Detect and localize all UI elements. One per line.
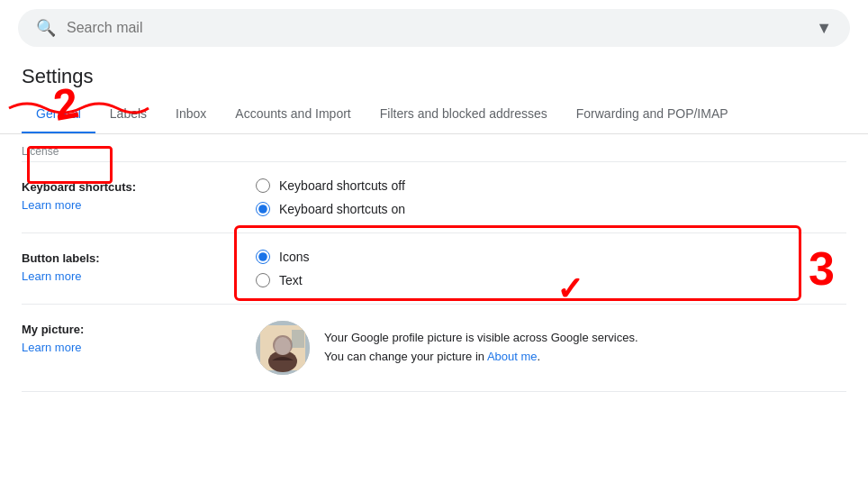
button-labels-icons-radio[interactable] — [256, 250, 270, 264]
keyboard-shortcuts-off-radio[interactable] — [256, 178, 270, 193]
button-labels-label: Button labels: — [22, 251, 100, 265]
button-labels-text-radio[interactable] — [256, 273, 270, 287]
my-picture-content: Your Google profile picture is visible a… — [256, 321, 638, 375]
my-picture-description: Your Google profile picture is visible a… — [324, 329, 638, 367]
button-labels-controls: Icons Text — [256, 250, 846, 287]
tab-labels[interactable]: Labels — [95, 96, 161, 134]
avatar — [256, 321, 310, 375]
keyboard-shortcuts-on-option[interactable]: Keyboard shortcuts on — [256, 202, 846, 216]
search-icon: 🔍 — [36, 18, 56, 38]
search-bar: 🔍 ▼ — [18, 9, 850, 47]
about-me-link[interactable]: About me — [487, 350, 538, 363]
profile-description-part1: Your Google profile picture is visible a… — [324, 331, 638, 344]
button-labels-text-option[interactable]: Text — [256, 273, 846, 287]
my-picture-row: My picture: Learn more — [22, 305, 846, 392]
search-dropdown-icon[interactable]: ▼ — [816, 19, 832, 38]
keyboard-shortcuts-row: Keyboard shortcuts: Learn more Keyboard … — [22, 162, 846, 233]
button-labels-icons-label: Icons — [279, 250, 309, 264]
keyboard-shortcuts-controls: Keyboard shortcuts off Keyboard shortcut… — [256, 178, 846, 216]
keyboard-shortcuts-on-label: Keyboard shortcuts on — [279, 202, 405, 216]
button-labels-label-col: Button labels: Learn more — [22, 250, 256, 283]
svg-rect-5 — [292, 330, 304, 348]
profile-description-end: . — [538, 350, 541, 363]
my-picture-label-col: My picture: Learn more — [22, 321, 256, 354]
my-picture-label: My picture: — [22, 323, 84, 336]
keyboard-shortcuts-label: Keyboard shortcuts: — [22, 180, 136, 194]
keyboard-shortcuts-label-col: Keyboard shortcuts: Learn more — [22, 178, 256, 212]
keyboard-shortcuts-learn-more[interactable]: Learn more — [22, 198, 238, 212]
profile-description-part2: You can change your picture in — [324, 350, 487, 363]
tab-accounts[interactable]: Accounts and Import — [221, 96, 365, 134]
keyboard-shortcuts-off-option[interactable]: Keyboard shortcuts off — [256, 178, 846, 193]
tab-filters[interactable]: Filters and blocked addresses — [366, 96, 562, 134]
tab-general[interactable]: General — [22, 96, 95, 134]
section-top-label: License — [22, 134, 846, 162]
settings-tabs: General Labels Inbox Accounts and Import… — [0, 96, 868, 134]
svg-point-4 — [275, 337, 291, 355]
keyboard-shortcuts-off-label: Keyboard shortcuts off — [279, 178, 405, 193]
settings-content: License Keyboard shortcuts: Learn more K… — [0, 134, 868, 392]
page-title: Settings — [0, 56, 868, 88]
tab-inbox[interactable]: Inbox — [161, 96, 221, 134]
my-picture-learn-more[interactable]: Learn more — [22, 341, 238, 354]
button-labels-text-label: Text — [279, 273, 303, 287]
button-labels-icons-option[interactable]: Icons — [256, 250, 846, 264]
button-labels-learn-more[interactable]: Learn more — [22, 269, 238, 283]
button-labels-row: Button labels: Learn more Icons Text — [22, 233, 846, 305]
tab-forwarding[interactable]: Forwarding and POP/IMAP — [562, 96, 743, 134]
search-input[interactable] — [67, 20, 816, 36]
keyboard-shortcuts-on-radio[interactable] — [256, 202, 270, 216]
